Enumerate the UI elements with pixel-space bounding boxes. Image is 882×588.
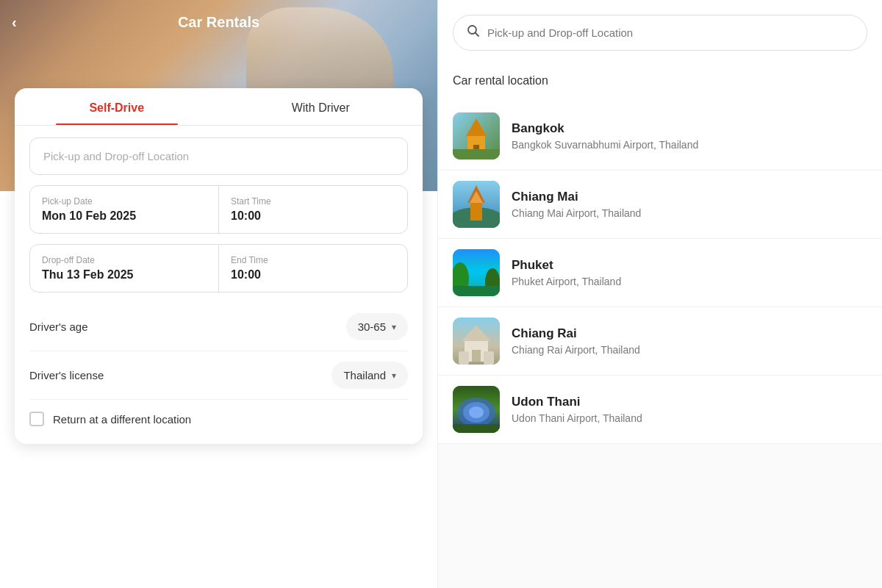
location-name: Udon Thani [512, 395, 642, 409]
search-bar-wrap [438, 0, 882, 62]
right-panel: Car rental location [437, 0, 882, 588]
location-info: Phuket Phuket Airport, Thailand [512, 258, 621, 287]
dropoff-datetime-row: Drop-off Date Thu 13 Feb 2025 End Time 1… [29, 244, 408, 293]
search-bar[interactable] [453, 15, 867, 51]
end-time-value: 10:00 [231, 268, 395, 282]
tab-with-driver[interactable]: With Driver [219, 88, 423, 125]
svg-rect-22 [484, 351, 494, 365]
location-sub: Chiang Rai Airport, Thailand [512, 344, 640, 356]
dropoff-date-cell[interactable]: Drop-off Date Thu 13 Feb 2025 [30, 245, 219, 292]
return-location-row: Return at a different location [29, 400, 408, 429]
svg-rect-21 [459, 351, 469, 365]
location-section: Car rental location [438, 62, 882, 102]
svg-line-1 [476, 33, 479, 37]
location-input[interactable]: Pick-up and Drop-off Location [29, 137, 408, 175]
svg-rect-9 [470, 201, 482, 220]
pickup-date-cell[interactable]: Pick-up Date Mon 10 Feb 2025 [30, 186, 219, 233]
drivers-license-label: Driver's license [29, 369, 331, 381]
drivers-age-row: Driver's age 30-65 ▾ [29, 303, 408, 351]
drivers-license-select[interactable]: Thailand ▾ [331, 362, 408, 389]
list-item[interactable]: Chiang Mai Chiang Mai Airport, Thailand [438, 171, 882, 239]
drivers-age-label: Driver's age [29, 320, 346, 333]
list-item[interactable]: Chiang Rai Chiang Rai Airport, Thailand [438, 307, 882, 376]
location-thumbnail [453, 181, 500, 228]
start-time-cell[interactable]: Start Time 10:00 [219, 186, 407, 233]
page-title: Car Rentals [178, 14, 259, 31]
location-list: Bangkok Bangkok Suvarnabhumi Airport, Th… [438, 102, 882, 444]
location-info: Chiang Rai Chiang Rai Airport, Thailand [512, 326, 640, 356]
form-card: Self-Drive With Driver Pick-up and Drop-… [15, 88, 423, 444]
location-thumbnail [453, 386, 500, 433]
location-sub: Udon Thani Airport, Thailand [512, 412, 642, 424]
left-panel: ‹ Car Rentals Self-Drive With Driver Pic… [0, 0, 437, 588]
svg-rect-27 [453, 424, 500, 433]
location-thumbnail [453, 318, 500, 365]
location-sub: Phuket Airport, Thailand [512, 276, 621, 287]
return-location-label: Return at a different location [53, 413, 191, 426]
tab-bar: Self-Drive With Driver [15, 88, 423, 126]
svg-point-26 [469, 406, 484, 418]
dropoff-date-value: Thu 13 Feb 2025 [42, 268, 207, 282]
pickup-datetime-row: Pick-up Date Mon 10 Feb 2025 Start Time … [29, 185, 408, 234]
svg-rect-20 [472, 350, 481, 362]
search-icon [467, 24, 480, 41]
location-info: Bangkok Bangkok Suvarnabhumi Airport, Th… [512, 121, 698, 151]
location-name: Chiang Mai [512, 190, 641, 204]
location-thumbnail [453, 112, 500, 159]
list-item[interactable]: Bangkok Bangkok Suvarnabhumi Airport, Th… [438, 102, 882, 171]
section-title: Car rental location [453, 74, 867, 87]
tab-self-drive[interactable]: Self-Drive [15, 88, 219, 125]
location-name: Bangkok [512, 121, 698, 136]
dropoff-date-label: Drop-off Date [42, 255, 207, 265]
header-bar: ‹ Car Rentals [0, 0, 437, 44]
location-thumbnail [453, 249, 500, 296]
location-info: Udon Thani Udon Thani Airport, Thailand [512, 395, 642, 424]
location-sub: Chiang Mai Airport, Thailand [512, 207, 641, 219]
search-input[interactable] [487, 26, 853, 39]
form-body: Pick-up and Drop-off Location Pick-up Da… [15, 137, 423, 429]
drivers-license-value: Thailand [343, 369, 386, 381]
chevron-down-icon-2: ▾ [392, 370, 396, 381]
end-time-cell[interactable]: End Time 10:00 [219, 245, 407, 292]
location-info: Chiang Mai Chiang Mai Airport, Thailand [512, 190, 641, 219]
svg-rect-6 [453, 149, 500, 159]
pickup-date-value: Mon 10 Feb 2025 [42, 209, 207, 223]
location-sub: Bangkok Suvarnabhumi Airport, Thailand [512, 139, 698, 151]
location-name: Chiang Rai [512, 326, 640, 341]
drivers-license-row: Driver's license Thailand ▾ [29, 351, 408, 400]
return-location-checkbox[interactable] [29, 412, 44, 426]
drivers-age-select[interactable]: 30-65 ▾ [346, 313, 408, 340]
end-time-label: End Time [231, 255, 395, 265]
list-item[interactable]: Udon Thani Udon Thani Airport, Thailand [438, 376, 882, 444]
drivers-age-value: 30-65 [358, 320, 386, 333]
start-time-value: 10:00 [231, 209, 395, 223]
start-time-label: Start Time [231, 196, 395, 207]
svg-rect-16 [453, 286, 500, 296]
back-button[interactable]: ‹ [12, 14, 17, 31]
list-item[interactable]: Phuket Phuket Airport, Thailand [438, 239, 882, 307]
pickup-date-label: Pick-up Date [42, 196, 207, 207]
chevron-down-icon: ▾ [392, 322, 396, 332]
location-name: Phuket [512, 258, 621, 273]
